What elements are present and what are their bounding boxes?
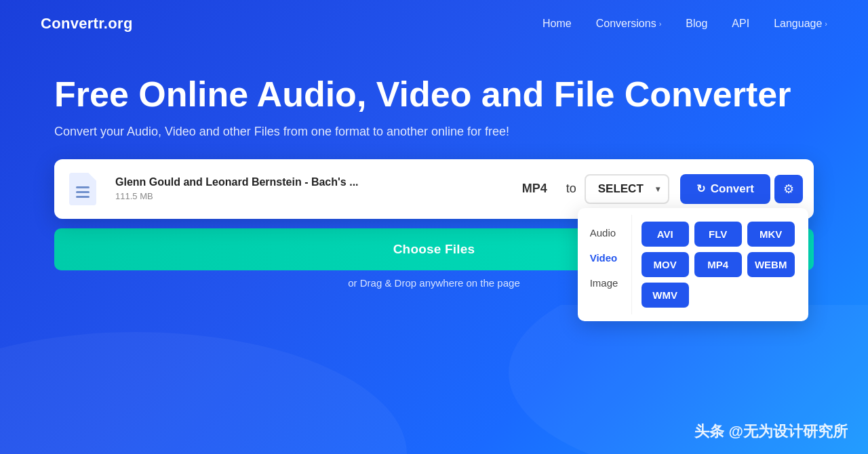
settings-button[interactable]: ⚙ [774,175,803,203]
format-dropdown-panel: Audio Video Image AVI FLV MKV MOV MP4 WE… [578,208,808,321]
source-format-label: MP4 [511,182,558,196]
format-flv[interactable]: FLV [694,222,742,247]
category-video[interactable]: Video [578,245,631,270]
category-audio[interactable]: Audio [578,220,631,245]
format-mov[interactable]: MOV [642,252,689,277]
file-icon-area [54,159,108,219]
file-icon-lines [76,186,90,198]
convert-button[interactable]: ↻ Convert [680,174,770,204]
file-icon-line-1 [76,186,90,188]
nav-api[interactable]: API [732,18,749,30]
to-label: to [558,182,585,196]
convert-label: Convert [711,182,754,196]
format-mkv[interactable]: MKV [747,222,795,247]
nav-conversions[interactable]: Conversions › [596,18,662,30]
dropdown-categories: Audio Video Image [578,215,632,314]
converter-box: Glenn Gould and Leonard Bernstein - Bach… [54,159,814,219]
format-avi[interactable]: AVI [642,222,689,247]
format-webm[interactable]: WEBM [747,252,795,277]
nav-home[interactable]: Home [542,18,572,30]
format-select-wrapper[interactable]: SELECT ▾ Audio Video Image AVI FLV MKV M… [585,174,669,204]
convert-icon: ↻ [696,182,705,195]
file-name: Glenn Gould and Leonard Bernstein - Bach… [115,176,505,188]
watermark: 头条 @无为设计研究所 [694,421,848,442]
file-icon-line-2 [76,191,90,193]
header: Convertr.org Home Conversions › Blog API… [0,0,868,47]
logo[interactable]: Convertr.org [41,15,133,33]
settings-icon: ⚙ [783,182,794,197]
conversions-chevron-icon: › [659,20,662,28]
file-size: 111.5 MB [115,191,505,201]
category-image[interactable]: Image [578,270,631,295]
nav-language[interactable]: Language › [774,18,827,30]
language-chevron-icon: › [825,20,827,28]
file-icon [69,173,96,205]
hero-section: Free Online Audio, Video and File Conver… [0,47,868,289]
select-format-button[interactable]: SELECT ▾ [585,174,669,204]
file-icon-line-3 [76,196,90,198]
file-info: Glenn Gould and Leonard Bernstein - Bach… [108,176,511,201]
convert-area: ↻ Convert ⚙ [669,174,814,204]
format-mp4[interactable]: MP4 [694,252,742,277]
select-dropdown-arrow-icon: ▾ [656,184,660,194]
main-nav: Home Conversions › Blog API Language › [542,18,827,30]
select-label-text: SELECT [598,182,644,196]
format-wmv[interactable]: WMV [642,283,689,308]
nav-blog[interactable]: Blog [686,18,707,30]
svg-point-0 [0,332,407,454]
dropdown-formats: AVI FLV MKV MOV MP4 WEBM WMV [632,215,804,314]
hero-subtitle: Convert your Audio, Video and other File… [54,125,814,139]
hero-title: Free Online Audio, Video and File Conver… [54,75,800,115]
